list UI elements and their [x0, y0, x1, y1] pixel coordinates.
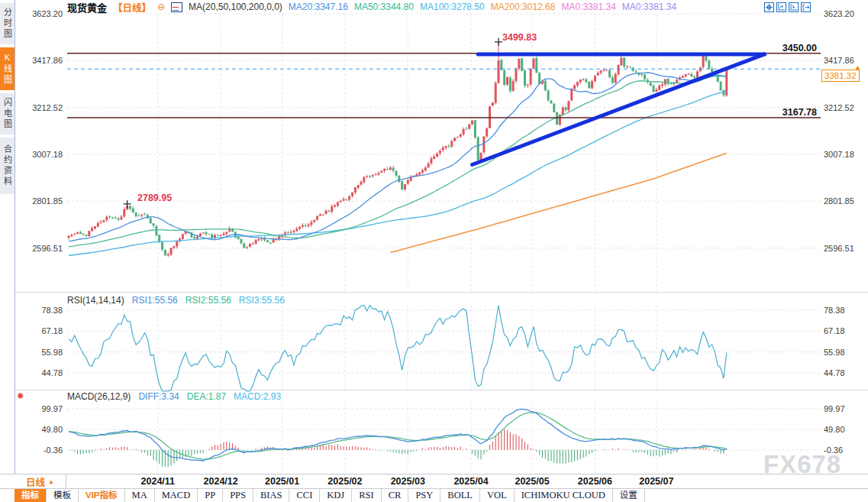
price-tick-right-5: 2801.85	[824, 196, 866, 206]
indicator-settings-icon[interactable]: ✺	[17, 391, 24, 401]
rsi-tick-left-3: 55.98	[21, 348, 63, 357]
macd-histogram	[69, 429, 727, 468]
trading-app-window: 分时图K线图闪电图合约资料 现货黄金 【日线】 ⊖ MA(20,50,100,2…	[0, 0, 868, 502]
crosshair-icon[interactable]	[764, 2, 774, 12]
rsi-tick-left-2: 67.18	[21, 326, 63, 335]
rsi-tick-left-1: 78.38	[21, 306, 63, 315]
x-axis-month-1: 2024/11	[134, 476, 182, 487]
macd-legend-3: MACD:2.93	[234, 391, 281, 402]
toolbar-item-设置[interactable]: 设置	[613, 489, 645, 502]
toolbar-item-ichimoku-cloud[interactable]: ICHIMOKU CLOUD	[515, 489, 613, 502]
sidebar-tab-2[interactable]: K线图	[0, 47, 15, 90]
macd-diff-line	[69, 409, 727, 461]
macd-panel-header: MACD(26,12,9) DIFF:3.34DEA:1.87MACD:2.93	[67, 391, 281, 402]
price-tick-left-1: 3623.20	[21, 9, 63, 18]
ma-legend-6: MA0:3381.34	[622, 2, 676, 12]
price-tick-left-6: 2596.51	[21, 244, 63, 253]
toolbar-item-pps[interactable]: PPS	[223, 489, 253, 502]
macd-tick-right-2: 49.80	[824, 425, 866, 434]
x-axis-month-4: 2025/02	[321, 476, 369, 487]
period-label: 日线	[26, 474, 45, 489]
period-selector[interactable]: 日线 ▲	[15, 474, 66, 488]
chart-tool-buttons	[764, 2, 811, 12]
x-axis-month-7: 2025/05	[508, 476, 557, 487]
rsi-legend-3: RSI3:55.56	[239, 295, 285, 306]
macd-tick-right-1: 99.97	[824, 404, 866, 413]
toolbar-item-kdj[interactable]: KDJ	[320, 489, 352, 502]
ma-legend-1: MA20:3347.16	[289, 2, 348, 12]
ma200-line	[390, 153, 727, 252]
candles-group	[68, 42, 728, 257]
macd-title: MACD(26,12,9)	[67, 391, 131, 402]
x-axis-month-2: 2024/12	[196, 476, 245, 487]
rsi-line	[69, 306, 727, 392]
ma50-line	[69, 76, 727, 247]
price-tick-right-6: 2596.51	[824, 244, 866, 253]
x-axis-month-9: 2025/07	[632, 476, 681, 487]
collapse-icon[interactable]: ⊖	[157, 2, 165, 11]
price-tick-left-4: 3007.18	[21, 150, 63, 159]
rsi-tick-right-2: 67.18	[824, 326, 866, 335]
chevron-up-icon: ▲	[48, 478, 54, 485]
indicator-toolbar: 指标模板VIP指标MAMACDPPPPSBIASCCIKDJRSICRPSYBO…	[0, 489, 868, 502]
toolbar-item-macd[interactable]: MACD	[155, 489, 198, 502]
symbol-title: 现货黄金	[67, 0, 107, 15]
left-tab-strip: 分时图K线图闪电图合约资料	[0, 0, 15, 474]
toolbar-item-rsi[interactable]: RSI	[352, 489, 381, 502]
price-tick-right-2: 3417.86	[824, 56, 866, 65]
period-tag: 【日线】	[113, 0, 151, 15]
rsi-title: RSI(14,14,14)	[67, 295, 124, 306]
ma-legend-5: MA0:3381.34	[561, 2, 615, 12]
axis-zoom-out-icon[interactable]	[789, 2, 799, 12]
toolbar-item-psy[interactable]: PSY	[408, 489, 440, 502]
price-tick-right-1: 3623.20	[824, 9, 866, 18]
rsi-legend-2: RSI2:55.56	[186, 295, 231, 306]
chart-header: 现货黄金 【日线】 ⊖ MA(20,50,100,200,0,0) MA20:3…	[67, 1, 676, 13]
rsi-panel-header: RSI(14,14,14) RSI1:55.56RSI2:55.56RSI3:5…	[67, 295, 285, 306]
toolbar-item-vip指标[interactable]: VIP指标	[79, 489, 125, 502]
ma20-line	[69, 73, 727, 241]
rsi-tick-right-4: 44.78	[824, 368, 866, 377]
macd-legend-1: DIFF:3.34	[138, 391, 179, 402]
ma-chart-icon[interactable]	[171, 2, 182, 12]
toolbar-item-ma[interactable]: MA	[125, 489, 155, 502]
sidebar-tab-3[interactable]: 闪电图	[0, 93, 15, 134]
price-tick-left-5: 2801.85	[21, 196, 63, 206]
x-axis-month-6: 2025/04	[447, 476, 495, 487]
toolbar-item-vol[interactable]: VOL	[480, 489, 515, 502]
main-chart-canvas[interactable]	[0, 0, 868, 502]
rsi-tick-left-4: 44.78	[21, 368, 63, 377]
toolbar-item-cr[interactable]: CR	[382, 489, 409, 502]
lower-level-label: 3167.78	[774, 107, 817, 118]
sidebar-tab-4[interactable]: 合约资料	[0, 138, 15, 194]
swing-low-label: 2789.95	[137, 193, 172, 203]
macd-tick-left-1: 99.97	[21, 404, 63, 413]
toolbar-item-cci[interactable]: CCI	[289, 489, 320, 502]
ma-legend-4: MA200:3012.68	[491, 2, 556, 12]
x-axis-month-8: 2025/06	[570, 476, 619, 487]
rsi-tick-right-3: 55.98	[824, 348, 866, 357]
upper-level-label: 3450.00	[774, 43, 817, 53]
swing-high-label: 3499.83	[502, 32, 537, 43]
rsi-tick-right-1: 78.38	[824, 306, 866, 315]
price-tick-right-3: 3212.52	[824, 103, 866, 112]
macd-dea-line	[69, 413, 727, 459]
exit-chart-icon[interactable]	[801, 2, 811, 12]
toolbar-item-指标[interactable]: 指标	[15, 489, 47, 502]
ma100-line	[69, 91, 727, 255]
toolbar-item-boll[interactable]: BOLL	[440, 489, 480, 502]
x-axis-bar: 日线 ▲ 2024/112024/122025/012025/022025/03…	[0, 474, 868, 489]
x-axis-month-3: 2025/01	[258, 476, 307, 487]
axis-zoom-in-icon[interactable]	[776, 2, 786, 12]
macd-legend-2: DEA:1.87	[187, 391, 226, 402]
macd-tick-left-2: 49.80	[21, 425, 63, 434]
toolbar-item-bias[interactable]: BIAS	[253, 489, 289, 502]
toolbar-item-模板[interactable]: 模板	[47, 489, 79, 502]
last-price-badge: 3381.32	[821, 70, 860, 82]
toolbar-item-pp[interactable]: PP	[198, 489, 223, 502]
sidebar-tab-1[interactable]: 分时图	[0, 3, 15, 44]
macd-tick-right-3: -0.36	[824, 445, 866, 455]
price-tick-left-2: 3417.86	[21, 56, 63, 65]
ma-legend-2: MA50:3344.80	[354, 2, 414, 12]
price-tick-right-4: 3007.18	[824, 150, 866, 159]
